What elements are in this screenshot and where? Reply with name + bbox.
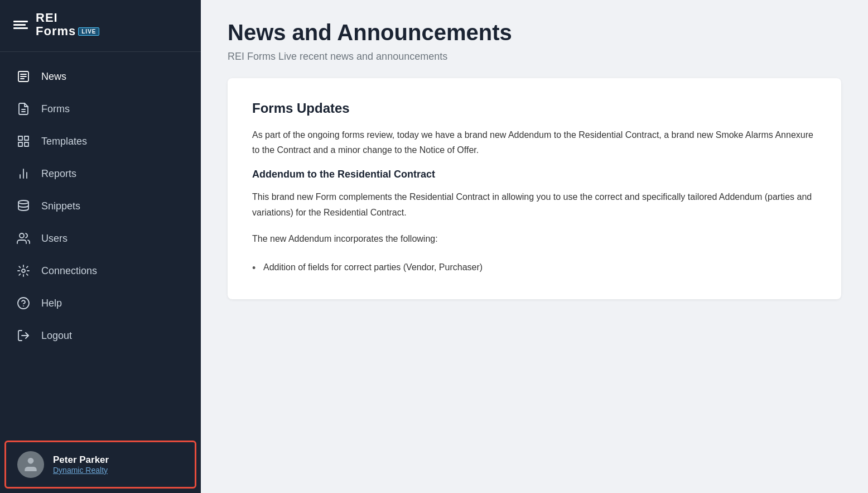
svg-point-14 — [20, 233, 24, 238]
svg-point-19 — [28, 458, 34, 464]
logo-live-badge: LIVE — [78, 27, 99, 36]
svg-rect-6 — [18, 136, 22, 140]
snippets-icon — [16, 198, 31, 214]
sidebar-item-news[interactable]: News — [0, 61, 201, 92]
main-content: News and Announcements REI Forms Live re… — [201, 0, 868, 493]
sidebar-item-help[interactable]: Help — [0, 288, 201, 319]
sidebar-item-reports[interactable]: Reports — [0, 158, 201, 189]
logo-text: REI Forms LIVE — [36, 11, 99, 38]
sidebar: REI Forms LIVE News Forms — [0, 0, 201, 493]
logout-icon — [16, 328, 31, 343]
logo-forms-live: Forms LIVE — [36, 25, 99, 38]
svg-rect-8 — [18, 142, 22, 146]
nav-menu: News Forms Templates Reports — [0, 52, 201, 436]
logo-bar-2 — [13, 24, 26, 26]
article-section1-body: This brand new Form complements the Resi… — [252, 189, 817, 219]
reports-icon — [16, 166, 31, 181]
page-title: News and Announcements — [228, 20, 841, 45]
sidebar-label-logout: Logout — [41, 330, 72, 342]
sidebar-item-connections[interactable]: Connections — [0, 255, 201, 286]
page-subtitle: REI Forms Live recent news and announcem… — [228, 51, 841, 63]
sidebar-label-templates: Templates — [41, 136, 87, 147]
article-section2-body: The new Addendum incorporates the follow… — [252, 231, 817, 246]
users-icon — [16, 231, 31, 246]
user-name: Peter Parker — [53, 454, 109, 466]
sidebar-item-users[interactable]: Users — [0, 223, 201, 254]
logo-bar-3 — [13, 27, 28, 29]
content-area: Forms Updates As part of the ongoing for… — [201, 78, 868, 326]
logo-bar-1 — [13, 21, 28, 22]
article-intro: As part of the ongoing forms review, tod… — [252, 127, 817, 157]
article-title: Forms Updates — [252, 100, 817, 116]
svg-point-15 — [22, 269, 25, 272]
sidebar-item-snippets[interactable]: Snippets — [0, 190, 201, 222]
user-company: Dynamic Realty — [53, 466, 109, 475]
connections-icon — [16, 263, 31, 279]
sidebar-label-help: Help — [41, 298, 62, 309]
help-icon — [16, 295, 31, 311]
logo-area[interactable]: REI Forms LIVE — [0, 0, 201, 52]
avatar-icon — [22, 456, 40, 473]
sidebar-label-forms: Forms — [41, 103, 70, 115]
list-item: Addition of fields for correct parties (… — [252, 257, 817, 277]
logo-rei: REI — [36, 11, 99, 25]
sidebar-label-news: News — [41, 71, 66, 83]
sidebar-label-reports: Reports — [41, 168, 76, 180]
user-info: Peter Parker Dynamic Realty — [53, 454, 109, 475]
forms-icon — [16, 101, 31, 117]
user-profile-section[interactable]: Peter Parker Dynamic Realty — [4, 441, 196, 489]
sidebar-label-snippets: Snippets — [41, 200, 80, 212]
news-icon — [16, 69, 31, 84]
sidebar-item-forms[interactable]: Forms — [0, 93, 201, 125]
sidebar-item-logout[interactable]: Logout — [0, 320, 201, 351]
sidebar-item-templates[interactable]: Templates — [0, 126, 201, 157]
svg-rect-7 — [25, 136, 28, 140]
svg-point-16 — [18, 298, 29, 309]
svg-rect-9 — [25, 142, 28, 146]
logo-icon — [13, 21, 28, 29]
page-header: News and Announcements REI Forms Live re… — [201, 0, 868, 78]
templates-icon — [16, 133, 31, 149]
sidebar-label-connections: Connections — [41, 265, 97, 277]
article-card: Forms Updates As part of the ongoing for… — [228, 78, 841, 299]
logo-forms-word: Forms — [36, 25, 76, 38]
article-bullet-list: Addition of fields for correct parties (… — [252, 257, 817, 277]
svg-point-13 — [18, 200, 28, 204]
sidebar-label-users: Users — [41, 233, 67, 245]
article-section1-title: Addendum to the Residential Contract — [252, 169, 817, 180]
avatar — [17, 451, 44, 478]
